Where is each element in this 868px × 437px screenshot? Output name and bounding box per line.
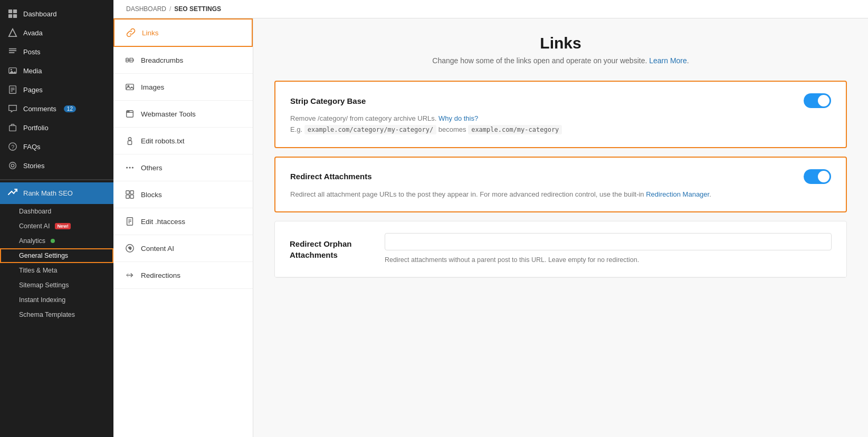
redirect-attachments-label: Redirect Attachments: [290, 172, 795, 181]
main-wrap: DASHBOARD / SEO SETTINGS Links: [113, 0, 868, 437]
svg-rect-15: [9, 125, 16, 131]
media-icon: [7, 65, 18, 76]
breadcrumbs-icon: [124, 54, 136, 66]
svg-point-31: [129, 167, 130, 168]
settings-item-redirections-label: Redirections: [141, 271, 180, 279]
sidebar-item-faqs[interactable]: ? FAQs: [0, 137, 113, 156]
svg-point-18: [9, 162, 16, 169]
settings-item-images-label: Images: [141, 83, 164, 91]
redirect-orphan-row: Redirect OrphanAttachments Redirect atta…: [275, 221, 846, 277]
comments-icon: [7, 103, 18, 114]
redirect-attachments-toggle-wrapper: [804, 169, 831, 184]
settings-item-webmaster-tools[interactable]: Webmaster Tools: [113, 101, 253, 128]
settings-item-content-ai-label: Content AI: [141, 245, 174, 253]
page-subtitle: Change how some of the links open and op…: [274, 56, 847, 65]
sidebar-item-rank-math[interactable]: Rank Math SEO: [0, 182, 113, 204]
submenu-titles-meta[interactable]: Titles & Meta: [0, 263, 113, 278]
svg-point-26: [127, 111, 128, 112]
why-do-this-link[interactable]: Why do this?: [438, 114, 478, 122]
submenu-analytics[interactable]: Analytics: [0, 234, 113, 248]
settings-item-images[interactable]: Images: [113, 74, 253, 101]
svg-marker-4: [9, 29, 16, 36]
settings-item-breadcrumbs[interactable]: Breadcrumbs: [113, 47, 253, 74]
sidebar-item-portfolio[interactable]: Portfolio: [0, 118, 113, 137]
sidebar-item-dashboard[interactable]: Dashboard: [0, 4, 113, 23]
edit-robots-icon: [124, 135, 136, 147]
svg-rect-5: [9, 48, 16, 50]
redirection-manager-link[interactable]: Redirection Manager: [646, 190, 709, 198]
redirect-orphan-input[interactable]: [385, 233, 832, 250]
webmaster-tools-icon: [124, 108, 136, 120]
submenu-instant-indexing-label: Instant Indexing: [19, 296, 65, 304]
redirect-attachments-desc: Redirect all attachment page URLs to the…: [290, 189, 831, 200]
links-icon: [125, 27, 137, 38]
example-label: E.g.: [290, 125, 304, 133]
submenu-general-settings[interactable]: General Settings: [0, 248, 113, 263]
learn-more-link[interactable]: Learn More: [649, 56, 687, 65]
svg-rect-7: [9, 52, 15, 53]
content-ai-icon: [124, 242, 136, 254]
svg-point-9: [11, 69, 12, 71]
sidebar-item-comments[interactable]: Comments 12: [0, 99, 113, 118]
settings-item-breadcrumbs-label: Breadcrumbs: [141, 56, 183, 64]
submenu-sitemap[interactable]: Sitemap Settings: [0, 278, 113, 293]
settings-item-content-ai[interactable]: Content AI: [113, 235, 253, 262]
submenu-content-ai[interactable]: Content AI New!: [0, 219, 113, 234]
redirect-orphan-label: Redirect OrphanAttachments: [290, 233, 374, 260]
submenu-titles-meta-label: Titles & Meta: [19, 267, 57, 274]
strip-category-base-row: Strip Category Base Remove /category/ fr…: [275, 82, 846, 147]
submenu-analytics-label: Analytics: [19, 237, 45, 245]
sidebar-item-posts[interactable]: Posts: [0, 42, 113, 61]
subtitle-text: Change how some of the links open and op…: [432, 56, 647, 65]
sidebar-item-portfolio-label: Portfolio: [23, 124, 49, 132]
strip-category-base-toggle[interactable]: [804, 93, 831, 108]
example-to: example.com/my-category: [468, 125, 562, 134]
sidebar-item-media[interactable]: Media: [0, 61, 113, 80]
strip-category-base-card: Strip Category Base Remove /category/ fr…: [274, 81, 847, 148]
example-from: example.com/category/my-category/: [304, 125, 436, 134]
page-title: Links: [274, 34, 847, 52]
settings-item-edit-htaccess-label: Edit .htaccess: [141, 218, 185, 226]
breadcrumb-parent: DASHBOARD: [126, 5, 166, 13]
submenu-dashboard[interactable]: Dashboard: [0, 204, 113, 219]
settings-item-links[interactable]: Links: [113, 18, 253, 47]
svg-rect-33: [126, 191, 129, 194]
redirect-attachments-card: Redirect Attachments Redirect all attach…: [274, 157, 847, 213]
submenu-schema-templates[interactable]: Schema Templates: [0, 307, 113, 322]
submenu-dashboard-label: Dashboard: [19, 208, 51, 215]
strip-category-base-desc: Remove /category/ from category archive …: [290, 113, 831, 135]
comments-badge: 12: [64, 105, 76, 112]
sidebar-item-pages-label: Pages: [23, 86, 43, 94]
submenu-instant-indexing[interactable]: Instant Indexing: [0, 293, 113, 307]
sidebar-item-avada[interactable]: Avada: [0, 23, 113, 42]
redirect-orphan-right: Redirect attachments without a parent po…: [385, 233, 832, 265]
settings-item-blocks-label: Blocks: [141, 191, 162, 199]
breadcrumb-current: SEO SETTINGS: [174, 5, 221, 13]
svg-rect-6: [9, 50, 16, 51]
settings-item-blocks[interactable]: Blocks: [113, 181, 253, 208]
svg-point-27: [128, 111, 129, 112]
strip-category-base-desc-text: Remove /category/ from category archive …: [290, 114, 436, 122]
stories-icon: [7, 160, 18, 171]
redirect-attachments-desc-text: Redirect all attachment page URLs to the…: [290, 190, 644, 198]
settings-item-edit-robots[interactable]: Edit robots.txt: [113, 128, 253, 154]
sidebar-item-pages[interactable]: Pages: [0, 80, 113, 99]
settings-item-links-label: Links: [142, 29, 159, 37]
rank-math-label: Rank Math SEO: [23, 189, 73, 197]
svg-point-32: [132, 167, 133, 168]
redirect-attachments-row: Redirect Attachments Redirect all attach…: [275, 158, 846, 212]
settings-item-others[interactable]: Others: [113, 154, 253, 181]
becomes-label: becomes: [438, 125, 466, 133]
settings-item-edit-htaccess[interactable]: Edit .htaccess: [113, 208, 253, 235]
sidebar-item-media-label: Media: [23, 67, 42, 75]
redirect-attachments-toggle[interactable]: [804, 169, 831, 184]
portfolio-icon: [7, 122, 18, 133]
settings-item-redirections[interactable]: Redirections: [113, 262, 253, 289]
svg-point-30: [126, 167, 128, 168]
svg-rect-29: [128, 141, 131, 144]
sidebar-item-stories[interactable]: Stories: [0, 156, 113, 175]
svg-marker-10: [9, 71, 16, 73]
pages-icon: [7, 84, 18, 95]
strip-category-base-label: Strip Category Base: [290, 96, 795, 105]
avada-icon: [7, 27, 18, 38]
